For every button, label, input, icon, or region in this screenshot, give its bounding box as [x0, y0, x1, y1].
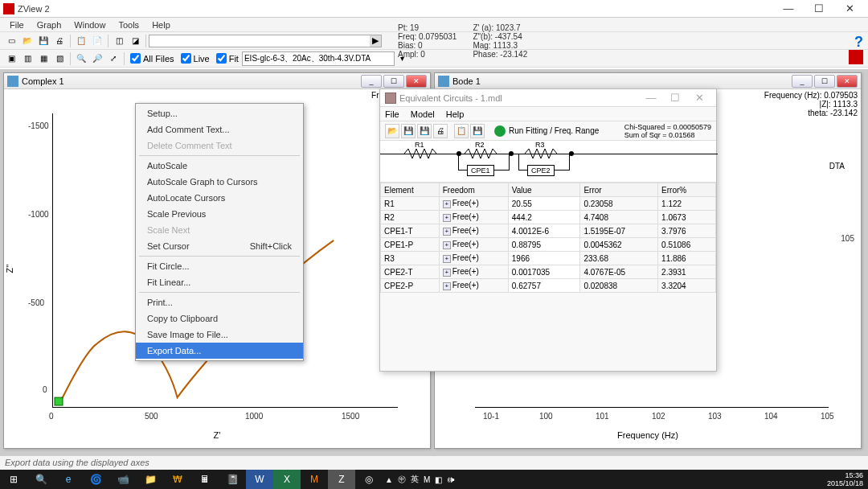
ctx-fit-circle-[interactable]: Fit Circle...	[136, 258, 303, 274]
ctx-scale-previous[interactable]: Scale Previous	[136, 206, 303, 222]
bode-xlabel: Frequency (Hz)	[617, 430, 678, 440]
ctx-copy-to-clipboard[interactable]: Copy to Clipboard	[136, 310, 303, 327]
table-row[interactable]: R1+Free(+)20.550.230581.122	[381, 197, 716, 211]
complex-title: Complex 1	[22, 76, 359, 86]
eqc-copy-icon[interactable]: 📋	[454, 124, 469, 138]
info-za: Z' (a): 1023.7	[473, 23, 527, 32]
ctx-autolocate-cursors[interactable]: AutoLocate Cursors	[136, 190, 303, 206]
eqc-open-icon[interactable]: 📂	[385, 124, 399, 138]
info-mag: Mag: 1113.3	[473, 41, 527, 50]
eqc-close[interactable]: ✕	[687, 92, 711, 104]
tb-excel-icon[interactable]: X	[273, 470, 301, 489]
tb-plot2-icon[interactable]: ◪	[128, 34, 142, 48]
mdi-min[interactable]: _	[361, 75, 382, 88]
table-row[interactable]: CPE1-P+Free(+)0.887950.00453620.51086	[381, 238, 716, 252]
tb-app4-icon[interactable]: 📓	[219, 470, 246, 489]
ctx-export-data-[interactable]: Export Data...	[136, 343, 303, 359]
info-ampl: Ampl: 0	[398, 50, 457, 59]
info-pt: Pt: 19	[398, 23, 457, 32]
tb2-c-icon[interactable]: ▦	[36, 51, 51, 66]
tb-new-icon[interactable]: ▭	[4, 34, 18, 48]
tb2-b-icon[interactable]: ▥	[20, 51, 35, 66]
ctx-fit-linear-[interactable]: Fit Linear...	[136, 274, 303, 290]
tb-app2-icon[interactable]: 📹	[109, 470, 137, 489]
taskbar-clock[interactable]: 15:36 2015/10/18	[822, 471, 868, 487]
tb-start-icon[interactable]: ⊞	[0, 470, 27, 489]
app-icon	[3, 3, 14, 14]
bode-icon	[438, 76, 449, 87]
tb-calc-icon[interactable]: 🖩	[191, 470, 219, 489]
tb-word-icon[interactable]: W	[246, 470, 273, 489]
bode-max[interactable]: ☐	[814, 75, 835, 88]
table-row[interactable]: CPE1-T+Free(+)4.0012E-61.5195E-073.7976	[381, 224, 716, 238]
ctx-autoscale-graph-to-cursors[interactable]: AutoScale Graph to Cursors	[136, 174, 303, 190]
tb2-d-icon[interactable]: ▧	[52, 51, 67, 66]
ctx-set-cursor[interactable]: Set CursorShift+Click	[136, 238, 303, 254]
tb2-zoomfit-icon[interactable]: ⤢	[106, 51, 121, 66]
ctx-setup-[interactable]: Setup...	[136, 105, 303, 121]
mdi-close[interactable]: ✕	[406, 75, 427, 88]
tb-copy-icon[interactable]: 📋	[74, 34, 88, 48]
table-row[interactable]: CPE2-T+Free(+)0.00170354.0767E-052.3931	[381, 265, 716, 279]
window-close[interactable]: ✕	[834, 1, 865, 17]
tb-explorer-icon[interactable]: 📁	[137, 470, 164, 489]
bode-close[interactable]: ✕	[837, 75, 858, 88]
bode-min[interactable]: _	[792, 75, 813, 88]
table-row[interactable]: R3+Free(+)1966233.6811.886	[381, 252, 716, 265]
eqc-menu-file[interactable]: File	[385, 109, 399, 119]
help2-icon[interactable]	[849, 50, 863, 64]
slider-right-icon[interactable]: ▶	[370, 35, 381, 47]
eqc-menu-help[interactable]: Help	[446, 109, 465, 119]
table-row[interactable]: CPE2-P+Free(+)0.627570.0208383.3204	[381, 279, 716, 293]
info-bias: Bias: 0	[398, 41, 457, 50]
system-tray[interactable]: ▲ ㊥ 英 M ◧ 🕪	[383, 474, 457, 485]
tb-save-icon[interactable]: 💾	[36, 34, 51, 48]
check-live[interactable]: Live	[181, 53, 210, 64]
window-minimize[interactable]: —	[773, 1, 804, 17]
help-icon[interactable]: ?	[854, 34, 863, 51]
tb-app6-icon[interactable]: ◎	[355, 470, 383, 489]
mdi-max[interactable]: ☐	[383, 75, 404, 88]
menu-graph[interactable]: Graph	[31, 20, 68, 30]
tb-app3-icon[interactable]: ₩	[164, 470, 191, 489]
tb2-zoomout-icon[interactable]: 🔎	[90, 51, 104, 66]
ctx-print-[interactable]: Print...	[136, 294, 303, 310]
ctx-save-image-to-file-[interactable]: Save Image to File...	[136, 327, 303, 343]
check-all-files[interactable]: All Files	[130, 53, 174, 64]
menu-tools[interactable]: Tools	[112, 20, 145, 30]
table-row[interactable]: R2+Free(+)444.24.74081.0673	[381, 211, 716, 224]
eqc-menu-model[interactable]: Model	[411, 109, 435, 119]
eqc-run-button[interactable]: Run Fitting / Freq. Range	[494, 125, 599, 137]
menu-window[interactable]: Window	[68, 20, 112, 30]
tb-app5-icon[interactable]: M	[301, 470, 328, 489]
eqc-save-icon[interactable]: 💾	[401, 124, 416, 138]
tb2-zoomin-icon[interactable]: 🔍	[74, 51, 88, 66]
complex-ylabel: Z''	[5, 265, 14, 273]
tb-zview-icon[interactable]: Z	[328, 470, 355, 489]
eqc-min[interactable]: —	[639, 92, 663, 104]
app-title: ZView 2	[18, 4, 773, 14]
menu-file[interactable]: File	[3, 20, 31, 30]
eqc-save2-icon[interactable]: 💾	[417, 124, 432, 138]
tb-app1-icon[interactable]: 🌀	[82, 470, 109, 489]
check-fit[interactable]: Fit	[216, 53, 239, 64]
file-combo[interactable]	[242, 51, 395, 66]
eqc-save3-icon[interactable]: 💾	[470, 124, 485, 138]
window-maximize[interactable]: ☐	[804, 1, 834, 17]
ctx-autoscale[interactable]: AutoScale	[136, 158, 303, 174]
tb-paste-icon[interactable]: 📄	[90, 34, 104, 48]
menu-help[interactable]: Help	[145, 20, 177, 30]
tb-ie-icon[interactable]: e	[55, 470, 82, 489]
slider[interactable]: ▶	[149, 35, 382, 47]
eqc-print-icon[interactable]: 🖨	[433, 124, 448, 138]
bode-title: Bode 1	[452, 76, 790, 86]
tb-search-icon[interactable]: 🔍	[27, 470, 55, 489]
tb-print-icon[interactable]: 🖨	[52, 34, 67, 48]
ctx-add-comment-text-[interactable]: Add Comment Text...	[136, 121, 303, 138]
circuit-diagram[interactable]: R1 R2 CPE1 R3 CPE2	[380, 141, 716, 183]
tb-plot1-icon[interactable]: ◫	[112, 34, 126, 48]
tb2-a-icon[interactable]: ▣	[4, 51, 18, 66]
tb-open-icon[interactable]: 📂	[20, 34, 35, 48]
eqc-max[interactable]: ☐	[663, 92, 687, 104]
ctx-delete-comment-text: Delete Comment Text	[136, 138, 303, 154]
